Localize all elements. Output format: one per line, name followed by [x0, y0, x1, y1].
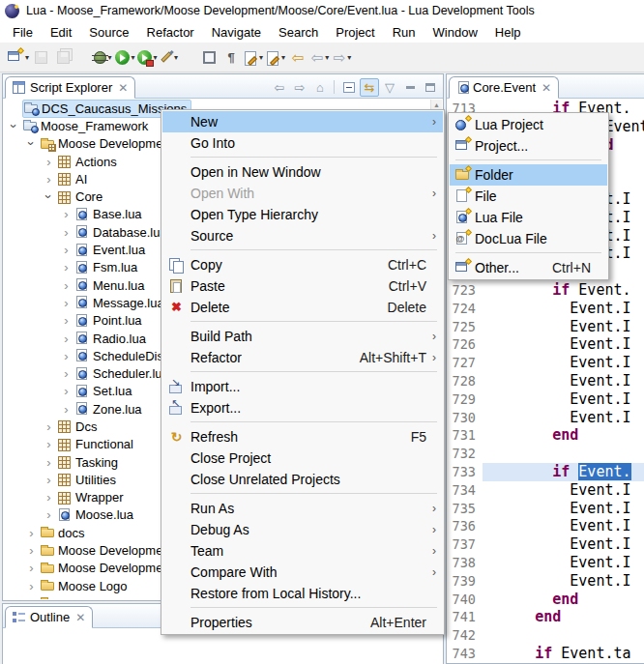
menu-item-import[interactable]: Import...	[162, 376, 443, 397]
menubar-item-source[interactable]: Source	[80, 22, 137, 43]
collapse-chevron-icon[interactable]: ›	[24, 135, 39, 152]
expand-chevron-icon[interactable]: ›	[58, 296, 74, 310]
menubar-item-refactor[interactable]: Refactor	[138, 22, 203, 43]
minimize-icon[interactable]	[400, 78, 420, 97]
edit-annotations-button[interactable]: ▾	[243, 45, 264, 69]
last-edit-location-button[interactable]: ⇦	[287, 45, 308, 69]
expand-chevron-icon[interactable]: ›	[58, 207, 74, 221]
expand-chevron-icon[interactable]: ›	[58, 332, 74, 346]
menu-item-export[interactable]: Export...	[162, 397, 443, 419]
menu-item-new[interactable]: New›	[162, 111, 443, 132]
dropdown-arrow-icon[interactable]: ▾	[281, 53, 285, 62]
tab-outline[interactable]: Outline ✕	[5, 606, 93, 628]
show-whitespace-button[interactable]: ¶	[220, 45, 242, 69]
menu-item-project[interactable]: Project...	[450, 135, 607, 157]
expand-chevron-icon[interactable]: ›	[58, 260, 74, 274]
expand-chevron-icon[interactable]: ›	[58, 384, 74, 398]
menubar-item-help[interactable]: Help	[486, 22, 530, 43]
external-tools-button[interactable]: ▾	[159, 45, 180, 69]
expand-chevron-icon[interactable]: ›	[58, 349, 74, 363]
run-last-tool-button[interactable]: ▾	[136, 45, 158, 69]
collapse-chevron-icon[interactable]: ›	[42, 188, 56, 205]
expand-chevron-icon[interactable]: ›	[41, 507, 57, 522]
link-with-editor-icon[interactable]: ⇆	[360, 78, 379, 97]
expand-chevron-icon[interactable]: ›	[58, 402, 74, 417]
new-wizard-button[interactable]: ▾	[7, 45, 29, 69]
menu-item-delete[interactable]: ✖DeleteDelete	[162, 297, 443, 318]
menu-item-team[interactable]: Team›	[162, 540, 443, 562]
expand-chevron-icon[interactable]: ›	[58, 278, 74, 293]
menu-item-close-unrelated-projects[interactable]: Close Unrelated Projects	[162, 469, 443, 490]
expand-chevron-icon[interactable]: ›	[41, 419, 57, 434]
expand-chevron-icon[interactable]: ›	[58, 366, 74, 381]
menu-item-run-as[interactable]: Run As›	[162, 498, 443, 519]
dropdown-arrow-icon[interactable]: ▾	[259, 53, 263, 62]
menu-item-source[interactable]: Source›	[162, 225, 443, 246]
dropdown-arrow-icon[interactable]: ▾	[25, 53, 29, 62]
menubar-item-window[interactable]: Window	[424, 22, 486, 43]
menu-item-copy[interactable]: CopyCtrl+C	[162, 254, 443, 275]
menu-item-go-into[interactable]: Go Into	[162, 132, 443, 154]
menu-item-restore-from-local-history[interactable]: Restore from Local History...	[162, 583, 443, 604]
tab-close-icon[interactable]: ✕	[542, 81, 551, 95]
dropdown-arrow-icon[interactable]: ▾	[174, 53, 178, 62]
expand-chevron-icon[interactable]: ›	[41, 155, 57, 169]
menubar-item-edit[interactable]: Edit	[42, 22, 80, 43]
next-edit-button[interactable]: ▾	[265, 45, 286, 69]
menubar-item-search[interactable]: Search	[270, 22, 327, 43]
expand-chevron-icon[interactable]: ›	[41, 473, 57, 487]
tab-close-icon[interactable]: ✕	[118, 81, 128, 95]
expand-chevron-icon[interactable]: ›	[41, 455, 57, 470]
menubar-item-run[interactable]: Run	[384, 22, 424, 43]
expand-chevron-icon[interactable]: ›	[23, 526, 40, 540]
collapse-chevron-icon[interactable]: ›	[7, 118, 21, 134]
menu-item-close-project[interactable]: Close Project	[162, 447, 443, 469]
menu-item-refactor[interactable]: RefactorAlt+Shift+T›	[162, 347, 443, 368]
back-button[interactable]: ⇦▾	[309, 45, 331, 69]
menu-item-file[interactable]: File	[450, 186, 607, 207]
scroll-up-icon[interactable]: ▲	[431, 100, 442, 108]
maximize-icon[interactable]	[421, 78, 440, 97]
dropdown-arrow-icon[interactable]: ▾	[132, 53, 135, 62]
expand-chevron-icon[interactable]: ›	[41, 490, 57, 505]
menu-item-paste[interactable]: PasteCtrl+V	[162, 275, 443, 297]
collapse-all-icon[interactable]	[339, 78, 359, 97]
debug-button[interactable]: ▾	[92, 45, 113, 69]
menu-item-open-type-hierarchy[interactable]: Open Type Hierarchy	[162, 204, 443, 225]
menubar-item-file[interactable]: File	[4, 22, 42, 43]
menu-item-folder[interactable]: Folder	[450, 164, 607, 186]
menu-item-compare-with[interactable]: Compare With›	[162, 562, 443, 583]
menu-item-refresh[interactable]: ↻RefreshF5	[162, 426, 443, 447]
run-button[interactable]: ▾	[114, 45, 135, 69]
forward-button[interactable]: ⇨▾	[332, 45, 353, 69]
expand-chevron-icon[interactable]: ›	[23, 579, 40, 593]
mark-occurrences-button[interactable]	[198, 45, 220, 69]
menu-item-debug-as[interactable]: Debug As›	[162, 519, 443, 540]
expand-chevron-icon[interactable]: ›	[23, 561, 40, 575]
menu-item-lua-file[interactable]: Lua File	[450, 207, 607, 228]
expand-chevron-icon[interactable]: ›	[58, 243, 74, 257]
tab-script-explorer[interactable]: Script Explorer ✕	[5, 76, 135, 99]
dropdown-arrow-icon[interactable]: ▾	[108, 53, 112, 62]
expand-chevron-icon[interactable]: ›	[23, 596, 40, 599]
expand-chevron-icon[interactable]: ›	[58, 313, 74, 328]
menu-item-other[interactable]: Other...Ctrl+N	[450, 257, 607, 278]
tab-close-icon[interactable]: ✕	[75, 611, 85, 624]
tab-core-event[interactable]: Core.Event ✕	[449, 76, 559, 99]
expand-chevron-icon[interactable]: ›	[23, 543, 40, 558]
menubar-item-navigate[interactable]: Navigate	[203, 22, 270, 43]
menu-item-doclua-file[interactable]: @DocLua File	[450, 228, 607, 249]
dropdown-arrow-icon[interactable]: ▾	[325, 53, 329, 62]
menu-item-lua-project[interactable]: Lua Project	[450, 114, 607, 135]
dropdown-arrow-icon[interactable]: ▾	[347, 53, 351, 62]
expand-chevron-icon[interactable]: ›	[41, 172, 57, 187]
expand-chevron-icon[interactable]: ›	[58, 225, 74, 240]
menu-item-build-path[interactable]: Build Path›	[162, 326, 443, 347]
menu-item-open-in-new-window[interactable]: Open in New Window	[162, 161, 443, 183]
expand-chevron-icon[interactable]: ›	[41, 437, 57, 451]
menubar-item-project[interactable]: Project	[327, 22, 383, 43]
menu-item-properties[interactable]: PropertiesAlt+Enter	[162, 612, 443, 633]
dropdown-arrow-icon[interactable]: ▾	[154, 53, 158, 62]
view-menu-icon[interactable]: ▽	[380, 78, 399, 97]
code-text: Event.I	[483, 572, 644, 591]
